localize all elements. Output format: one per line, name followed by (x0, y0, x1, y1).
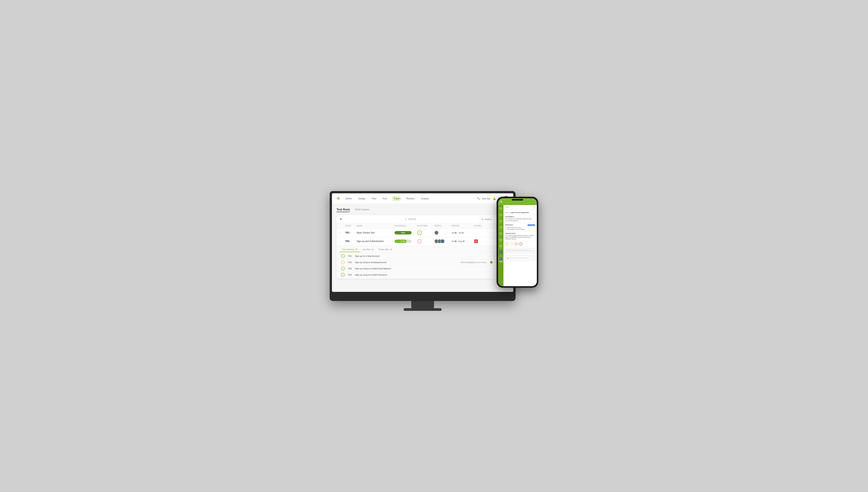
bell-icon[interactable]: 🔔 (493, 197, 496, 200)
tc3-name: Sign-up using an Invalid Email Address (355, 267, 493, 270)
sidebar-tc7-icon: ☺ (499, 244, 503, 248)
tc4-name: Sign-up using an Invalid Password (355, 274, 493, 276)
sidebar-tc-tc6[interactable]: ☺ TC6 (499, 238, 503, 243)
nav-item-run[interactable]: Run (381, 197, 389, 201)
instructions-header: Instructions ⏱ 1 minutes (505, 224, 535, 226)
sidebar-tc5-icon: ☺ (499, 231, 503, 236)
sidebar-tc-tc7[interactable]: ☺ TC7 (499, 244, 503, 249)
nav-items: Define Design Plan Run Track Resolve Ana… (344, 196, 473, 201)
mobile-phone: ✛ ☺ TC1 ☺ TC2 (497, 197, 538, 288)
tr1-progress-bar: 100% (395, 231, 412, 235)
pagination-info: 1 - 13 of 13 (405, 218, 416, 220)
assignee-name-chris: Chris Balding (342, 248, 354, 250)
sidebar-tc-tc4[interactable]: ☺ TC4 (499, 225, 503, 230)
mobile-logo: ✛ (500, 200, 502, 203)
expand-icon-tr1[interactable]: › (339, 231, 345, 234)
mobile-content-nav: ‹ Back ≡ (503, 205, 537, 210)
tc2-comment: Word misspelled in error mess... (461, 261, 488, 264)
nav-item-resolve[interactable]: Resolve (405, 197, 416, 201)
mobile-tc-header: TC11 Logout from the Application (503, 210, 537, 215)
frank-count: 3 (390, 248, 392, 250)
instructions-time: ⏱ 1 minutes (527, 224, 535, 226)
sidebar-tc-tc5[interactable]: ☺ TC5 (499, 231, 503, 237)
assignee-tab-chris[interactable]: Chris Balding 7 (339, 247, 360, 252)
mobile-expected-result: Expected result You should be logged out… (503, 231, 537, 241)
tc4-code: TC4 (347, 273, 353, 276)
search-icon[interactable]: 🔍 (477, 197, 480, 200)
tc3-status: ☺ (341, 267, 345, 270)
table-row: ⌄ TR2 Sign-up and Authentication 70.4% ☹… (336, 237, 509, 246)
back-label: Back (506, 206, 509, 208)
monitor-screen: ✛ Define Design Plan Run Track Resolve A… (332, 193, 513, 292)
outcome-fail-icon[interactable]: ☹ (514, 242, 518, 246)
sidebar-tc-tc1[interactable]: ☺ TC1 (499, 206, 503, 212)
instruction-step-1: 1. Click on the Account menu. (505, 227, 535, 228)
sidebar-tc-tc8[interactable]: ✏ TC8 (499, 250, 503, 255)
tc3-code: TC3 (347, 267, 353, 270)
sidebar-tc3-label: TC3 (500, 223, 501, 224)
expected-result-title: Expected result (505, 233, 535, 234)
mobile-screen: ✛ ☺ TC1 ☺ TC2 (498, 198, 537, 286)
sidebar-tc1-icon: ☺ (499, 206, 503, 211)
expand-icon-tr2[interactable]: ⌄ (339, 240, 345, 243)
outcome-pass-icon[interactable]: ☺ (505, 242, 509, 246)
tr2-issues-badge: 1 (474, 239, 478, 243)
mobile-back-button[interactable]: ‹ Back (505, 206, 509, 208)
sidebar-tc8-label: TC8 (500, 254, 501, 255)
user-avatar-1: 👤 (435, 231, 439, 235)
tab-test-runs[interactable]: Test Runs (336, 208, 350, 212)
chris-count: 7 (355, 248, 358, 250)
assignee-tab-jan[interactable]: Jan Klos 9 (360, 247, 376, 252)
tc1-code: TC1 (347, 255, 353, 257)
main-content: Test Runs Test Cases ▼ 1 - 13 of 13 🔍 (332, 204, 513, 292)
header-expand (339, 225, 345, 227)
tr2-expanded: Chris Balding 7 Jan Klos 9 Frank Cole 3 (336, 246, 509, 279)
mobile-menu-icon[interactable]: ≡ (534, 206, 535, 208)
test-runs-table: ▼ 1 - 13 of 13 🔍 Code Name Progress O (336, 215, 509, 279)
sidebar-tc-tc2[interactable]: ☺ TC2 (499, 213, 503, 218)
sidebar-tc2-icon: ☺ (499, 213, 503, 217)
tr1-code: TR1 (345, 231, 357, 234)
header-code: Code (345, 225, 357, 227)
list-item: ☺ TC2 Sign-up using an Existing Account … (336, 259, 509, 266)
mobile-notes-textarea[interactable]: If something went wrong, remember to tel… (505, 248, 535, 253)
filter-icon[interactable]: ▼ (339, 218, 342, 221)
upload-cloud-icon: ☁ (507, 256, 509, 259)
sidebar-tc6-icon: ☺ (499, 238, 503, 242)
tr1-name: Basic Smoke Test (357, 231, 395, 234)
sidebar-tc7-label: TC7 (500, 248, 501, 249)
mobile-body: ☺ TC1 ☺ TC2 ☺ TC3 (498, 205, 537, 286)
sidebar-tc6-label: TC6 (500, 242, 501, 243)
tr2-code: TR2 (345, 240, 357, 243)
sidebar-tc-tc11[interactable]: ✏ TC11 (498, 256, 503, 263)
outcome-na-icon[interactable]: ⏳ (519, 242, 522, 246)
header-users: Users (435, 225, 451, 227)
mobile-preconditions: Preconditions You must be on the applica… (503, 215, 537, 223)
logo-icon: ✛ (336, 196, 340, 201)
list-item: ☺ TC3 Sign-up using an Invalid Email Add… (336, 266, 509, 272)
search-icon-small: 🔍 (481, 218, 484, 220)
list-item: ☺ TC4 Sign-up using an Invalid Password … (336, 272, 509, 278)
monitor-base (404, 308, 442, 311)
assignee-tab-frank[interactable]: Frank Cole 3 (376, 247, 395, 252)
assignee-name-frank: Frank Cole (379, 248, 389, 250)
nav-item-track[interactable]: Track (392, 196, 401, 201)
outcome-warn-icon[interactable]: ☺ (510, 242, 513, 246)
mobile-main-content: ‹ Back ≡ TC11 Logout from the Applicatio… (503, 205, 537, 286)
nav-item-design[interactable]: Design (357, 197, 367, 201)
sidebar-tc-tc3[interactable]: ☺ TC3 (499, 219, 503, 224)
mobile-outcome-icons: ☺ ☺ ☹ ⏳ (503, 241, 537, 247)
nav-bar: ✛ Define Design Plan Run Track Resolve A… (332, 193, 513, 204)
header-name: Name (357, 225, 395, 227)
desktop-monitor: ✛ Define Design Plan Run Track Resolve A… (330, 191, 516, 301)
precondition-2: You should be logged in (505, 220, 535, 222)
preconditions-title: Preconditions (505, 216, 535, 217)
nav-item-analyze[interactable]: Analyze (419, 197, 430, 201)
assignee-tabs: Chris Balding 7 Jan Klos 9 Frank Cole 3 (336, 246, 509, 252)
nav-item-plan[interactable]: Plan (370, 197, 378, 201)
nav-item-define[interactable]: Define (344, 197, 353, 201)
tab-test-cases[interactable]: Test Cases (354, 208, 369, 212)
mobile-upload-area[interactable]: ☁ Drop your file here or click to upload (505, 255, 535, 261)
header-issues: Issues (474, 225, 486, 227)
textarea-placeholder: If something went wrong, remember to tel… (507, 249, 533, 251)
